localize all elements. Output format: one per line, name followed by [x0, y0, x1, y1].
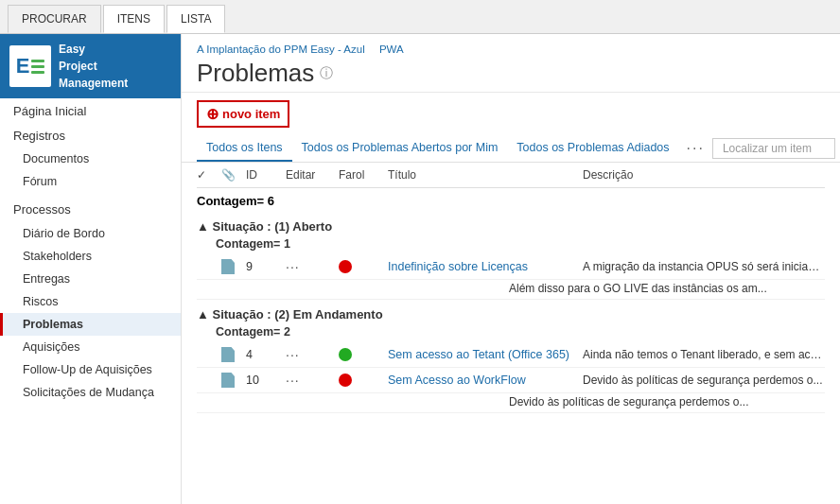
- nav-pagina-inicial[interactable]: Página Inicial: [0, 98, 181, 124]
- nav-aquisicoes[interactable]: Aquisições: [0, 336, 181, 358]
- row-doc-icon: [221, 373, 235, 388]
- col-farol: Farol: [339, 168, 382, 182]
- nav-problemas[interactable]: Problemas: [0, 313, 181, 336]
- logo-area: E EasyProjectManagement: [0, 34, 181, 98]
- group-andamento-header: ▲ Situação : (2) Em Andamento: [197, 300, 825, 323]
- logo-letter: E: [16, 54, 30, 78]
- nav-documentos[interactable]: Documentos: [0, 148, 181, 170]
- page-title: Problemas ⓘ: [197, 59, 825, 88]
- row-id: 9: [246, 260, 280, 273]
- col-id: ID: [246, 168, 280, 182]
- filter-tab-todos[interactable]: Todos os Itens: [197, 135, 292, 162]
- row-id: 10: [246, 374, 280, 387]
- nav-followup[interactable]: Follow-Up de Aquisições: [0, 358, 181, 381]
- sidebar: E EasyProjectManagement Página Inicial R…: [0, 34, 182, 504]
- row-title[interactable]: Indefinição sobre Licenças: [388, 260, 577, 273]
- row-title[interactable]: Sem acesso ao Tetant (Office 365): [388, 348, 577, 361]
- row-description-continuation-2: Devido às políticas de segurança perdemo…: [197, 393, 825, 413]
- row-dots[interactable]: ···: [286, 373, 333, 388]
- search-box[interactable]: Localizar um item: [712, 138, 835, 159]
- new-item-button[interactable]: ⊕ novo item: [197, 100, 289, 128]
- col-descricao: Descrição: [583, 168, 825, 182]
- row-description: Ainda não temos o Tenant liberado, e sem…: [583, 348, 825, 361]
- tab-procurar[interactable]: PROCURAR: [8, 5, 101, 33]
- filter-tab-abertos[interactable]: Todos os Problemas Abertos por Mim: [292, 135, 508, 162]
- tab-lista[interactable]: LISTA: [166, 5, 225, 33]
- col-titulo: Título: [388, 168, 577, 182]
- row-dots[interactable]: ···: [286, 347, 333, 362]
- table-header-row: ✓ 📎 ID Editar Farol Título Descrição: [197, 163, 825, 188]
- toolbar: ⊕ novo item: [182, 93, 840, 135]
- more-options-dots[interactable]: ···: [679, 136, 712, 161]
- nav-riscos[interactable]: Riscos: [0, 290, 181, 313]
- table-row: 4 ··· Sem acesso ao Tetant (Office 365) …: [197, 342, 825, 368]
- content-area: A Implantação do PPM Easy - Azul PWA Pro…: [182, 34, 840, 504]
- filter-tabs: Todos os Itens Todos os Problemas Aberto…: [182, 135, 840, 163]
- top-tabs-bar: PROCURAR ITENS LISTA: [0, 0, 840, 34]
- nav-diario[interactable]: Diário de Bordo: [0, 222, 181, 245]
- row-farol-adiado: [339, 374, 352, 387]
- row-doc-icon: [221, 347, 235, 362]
- tab-itens[interactable]: ITENS: [103, 5, 165, 33]
- table-row: 9 ··· Indefinição sobre Licenças A migra…: [197, 254, 825, 280]
- breadcrumb-project[interactable]: A Implantação do PPM Easy - Azul: [197, 43, 365, 55]
- col-editar: Editar: [286, 168, 333, 182]
- nav-solicitacoes[interactable]: Solicitações de Mudança: [0, 381, 181, 404]
- row-farol-andamento: [339, 348, 352, 361]
- group-aberto-header: ▲ Situação : (1) Aberto: [197, 214, 825, 235]
- logo-checkmarks: [31, 60, 44, 74]
- logo-icon-box: E: [9, 45, 51, 87]
- breadcrumb-section[interactable]: PWA: [379, 43, 404, 55]
- row-description-continuation: Além disso para o GO LIVE das instâncias…: [197, 280, 825, 300]
- row-title[interactable]: Sem Acesso ao WorkFlow: [388, 374, 577, 387]
- table-row: 10 ··· Sem Acesso ao WorkFlow Devido às …: [197, 368, 825, 393]
- row-dots[interactable]: ···: [286, 259, 333, 274]
- row-description: A migração da instancia OPUS só será ini…: [583, 260, 825, 273]
- group-andamento-count: Contagem= 2: [197, 323, 825, 342]
- logo-text: EasyProjectManagement: [59, 41, 128, 92]
- nav-registros[interactable]: Registros: [0, 124, 181, 148]
- nav-stakeholders[interactable]: Stakeholders: [0, 245, 181, 268]
- row-description: Devido às políticas de segurança perdemo…: [583, 374, 825, 387]
- col-paperclip: 📎: [221, 168, 240, 182]
- nav-entregas[interactable]: Entregas: [0, 268, 181, 290]
- nav-processos[interactable]: Processos: [0, 193, 181, 222]
- filter-tab-adiados[interactable]: Todos os Problemas Adiados: [507, 135, 678, 162]
- group-aberto-count: Contagem= 1: [197, 235, 825, 254]
- content-header: A Implantação do PPM Easy - Azul PWA Pro…: [182, 34, 840, 93]
- row-doc-icon: [221, 259, 235, 274]
- table-area: ✓ 📎 ID Editar Farol Título Descrição Con…: [182, 163, 840, 504]
- row-farol: [339, 260, 352, 273]
- breadcrumb: A Implantação do PPM Easy - Azul PWA: [197, 43, 825, 55]
- row-id: 4: [246, 348, 280, 361]
- col-check: ✓: [197, 168, 216, 182]
- main-layout: E EasyProjectManagement Página Inicial R…: [0, 34, 840, 504]
- nav-forum[interactable]: Fórum: [0, 170, 181, 193]
- total-count: Contagem= 6: [197, 188, 825, 214]
- plus-icon: ⊕: [206, 105, 219, 123]
- info-icon[interactable]: ⓘ: [320, 65, 333, 82]
